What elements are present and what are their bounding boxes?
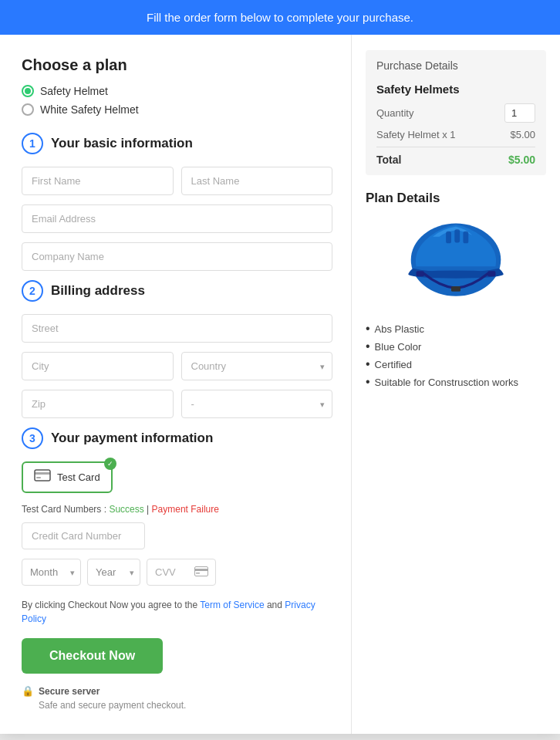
purchase-details-box: Purchase Details Safety Helmets Quantity… <box>366 50 546 175</box>
step2-label: Billing address <box>51 283 145 299</box>
svg-rect-0 <box>35 470 50 481</box>
email-row <box>22 204 332 233</box>
company-row <box>22 242 332 271</box>
city-country-row: Country ▾ <box>22 352 332 380</box>
right-panel: Purchase Details Safety Helmets Quantity… <box>352 35 560 734</box>
svg-rect-4 <box>195 569 208 571</box>
country-select[interactable]: Country <box>181 352 333 380</box>
step3-circle: 3 <box>22 427 43 449</box>
page-wrapper: Fill the order form below to complete yo… <box>0 0 560 734</box>
month-select[interactable]: Month 01020304 05060708 09101112 <box>22 559 81 586</box>
tos-link[interactable]: Term of Service <box>200 600 264 610</box>
email-input[interactable] <box>22 204 332 233</box>
first-name-field <box>22 167 174 195</box>
cc-number-field <box>22 522 332 549</box>
svg-rect-13 <box>451 286 460 292</box>
company-input[interactable] <box>22 242 332 271</box>
state-select[interactable]: - <box>181 390 333 418</box>
zip-state-row: - ▾ <box>22 390 332 418</box>
total-row: Total $5.00 <box>376 147 535 166</box>
street-input[interactable] <box>22 314 332 343</box>
step1-circle: 1 <box>22 133 43 154</box>
secure-info: 🔒 Secure server Safe and secure payment … <box>22 684 332 712</box>
svg-rect-8 <box>446 231 451 243</box>
credit-card-icon <box>34 469 51 485</box>
svg-rect-3 <box>195 566 208 576</box>
cvv-field <box>147 559 216 586</box>
last-name-field <box>181 167 333 195</box>
feature-4: Suitable for Construsction works <box>366 375 546 389</box>
step1-label: Your basic information <box>51 136 193 151</box>
expiry-row: Month 01020304 05060708 09101112 ▾ Year … <box>22 559 332 586</box>
test-card-prefix: Test Card Numbers : <box>22 504 109 515</box>
svg-rect-1 <box>35 472 50 475</box>
radio-unselected-icon <box>22 103 34 116</box>
choose-plan-section: Choose a plan Safety Helmet White Safety… <box>22 56 332 116</box>
banner-text: Fill the order form below to complete yo… <box>147 11 413 24</box>
svg-rect-5 <box>196 573 200 574</box>
quantity-label: Quantity <box>376 107 413 119</box>
plan-details-title: Plan Details <box>366 191 546 206</box>
failure-link[interactable]: Payment Failure <box>152 504 219 515</box>
first-name-input[interactable] <box>22 167 174 195</box>
feature-3: Certified <box>366 357 546 371</box>
city-field <box>22 352 174 380</box>
year-select-wrapper: Year 2024202520262027 202820292030 ▾ <box>87 559 140 586</box>
feature-1: Abs Plastic <box>366 322 546 336</box>
plan-details-section: Plan Details <box>366 191 546 389</box>
plan-option-safety-helmet[interactable]: Safety Helmet <box>22 85 332 97</box>
plan-option-white-helmet[interactable]: White Safety Helmet <box>22 103 332 116</box>
zip-input[interactable] <box>22 390 174 418</box>
svg-rect-2 <box>36 477 41 478</box>
last-name-input[interactable] <box>181 167 333 195</box>
svg-rect-10 <box>463 231 468 243</box>
choose-plan-title: Choose a plan <box>22 56 332 74</box>
zip-field <box>22 390 174 418</box>
terms-prefix: By clicking Checkout Now you agree to th… <box>22 600 200 610</box>
street-row <box>22 314 332 343</box>
purchase-details-title: Purchase Details <box>376 59 535 72</box>
checkout-button[interactable]: Checkout Now <box>22 638 163 674</box>
top-banner: Fill the order form below to complete yo… <box>0 0 560 35</box>
step2-circle: 2 <box>22 280 43 302</box>
plan-features-list: Abs Plastic Blue Color Certified Suitabl… <box>366 322 546 389</box>
secure-text-block: Secure server Safe and secure payment ch… <box>39 684 186 712</box>
step3-label: Your payment information <box>51 431 213 446</box>
terms-middle: and <box>265 600 285 610</box>
terms-text: By clicking Checkout Now you agree to th… <box>22 598 332 626</box>
total-label: Total <box>376 154 401 166</box>
name-row <box>22 167 332 195</box>
success-link[interactable]: Success <box>109 504 143 515</box>
main-content: Choose a plan Safety Helmet White Safety… <box>0 35 560 734</box>
helmet-image <box>366 217 546 309</box>
secure-description: Safe and secure payment checkout. <box>39 700 186 711</box>
line-item-price: $5.00 <box>510 129 535 140</box>
test-card-label: Test Card <box>57 471 100 483</box>
cc-number-input[interactable] <box>22 522 145 549</box>
step3-header: 3 Your payment information <box>22 427 332 449</box>
city-input[interactable] <box>22 352 174 380</box>
left-panel: Choose a plan Safety Helmet White Safety… <box>0 35 352 734</box>
year-select[interactable]: Year 2024202520262027 202820292030 <box>87 559 140 586</box>
total-price: $5.00 <box>508 154 535 166</box>
svg-rect-9 <box>454 229 460 242</box>
line-item-row: Safety Helmet x 1 $5.00 <box>376 129 535 140</box>
cvv-card-icon <box>194 566 208 579</box>
step2-header: 2 Billing address <box>22 280 332 302</box>
test-card-option[interactable]: Test Card ✓ <box>22 461 113 493</box>
step3-section: 3 Your payment information Test Card ✓ <box>22 427 332 712</box>
secure-title: Secure server <box>39 686 100 697</box>
step1-section: 1 Your basic information <box>22 133 332 271</box>
radio-selected-icon <box>22 85 34 97</box>
quantity-row: Quantity <box>376 103 535 123</box>
step1-header: 1 Your basic information <box>22 133 332 154</box>
lock-icon: 🔒 <box>22 685 34 697</box>
test-card-info: Test Card Numbers : Success | Payment Fa… <box>22 504 332 515</box>
plan-option-label: Safety Helmet <box>40 85 108 97</box>
product-name: Safety Helmets <box>376 83 535 96</box>
country-field: Country ▾ <box>181 352 333 380</box>
quantity-input[interactable] <box>504 103 535 123</box>
line-item-label: Safety Helmet x 1 <box>376 129 456 140</box>
helmet-svg <box>402 217 510 309</box>
test-card-sep: | <box>144 504 152 515</box>
